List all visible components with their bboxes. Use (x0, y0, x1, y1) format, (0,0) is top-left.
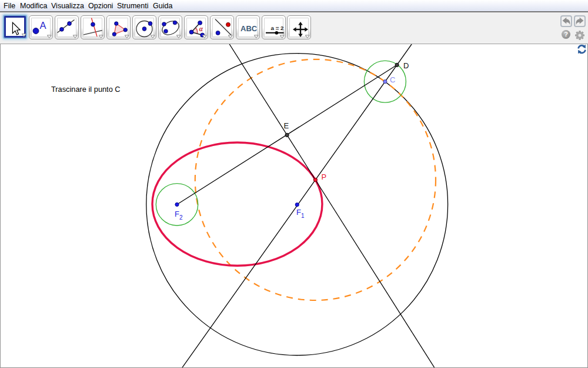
svg-text:E: E (284, 121, 289, 130)
svg-text:α: α (199, 25, 203, 32)
svg-text:P: P (322, 173, 327, 181)
svg-text:a = 2: a = 2 (271, 25, 285, 31)
svg-text:D: D (403, 61, 409, 70)
svg-text:ABC: ABC (240, 24, 258, 33)
svg-text:F2: F2 (175, 210, 183, 221)
svg-text:A: A (40, 20, 46, 31)
svg-text:F1: F1 (296, 208, 305, 219)
svg-text:C: C (390, 75, 395, 84)
